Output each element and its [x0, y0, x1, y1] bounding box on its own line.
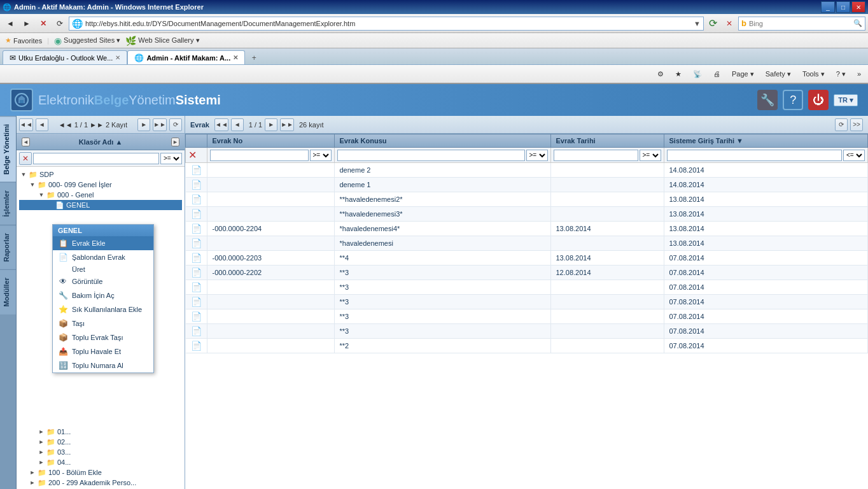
- tree-node-01[interactable]: ► 📁 01...: [19, 427, 182, 437]
- table-row[interactable]: 📄 **3 07.08.2014: [186, 280, 868, 295]
- left-filter-input[interactable]: [33, 153, 159, 164]
- tree-node-03[interactable]: ► 📁 03...: [19, 447, 182, 457]
- table-row[interactable]: 📄 -000.0000-2202 **3 12.08.2014 07.08.20…: [186, 266, 868, 280]
- print-btn[interactable]: 🖨: [709, 66, 725, 82]
- menu-item-toplu-havale[interactable]: 📤 Toplu Havale Et: [53, 344, 153, 358]
- filter-sisteme-giris-input[interactable]: [667, 150, 843, 161]
- sidebar-tab-raporlar[interactable]: Raporlar: [0, 225, 16, 269]
- stop-button[interactable]: ✕: [36, 16, 51, 31]
- menu-item-bakim[interactable]: 🔧 Bakım İçin Aç: [53, 288, 153, 302]
- tools-btn[interactable]: Tools ▾: [798, 66, 829, 82]
- minimize-button[interactable]: _: [821, 1, 835, 13]
- power-button[interactable]: ⏻: [808, 90, 829, 110]
- table-row[interactable]: 📄 **3 07.08.2014: [186, 295, 868, 309]
- rss-btn[interactable]: 📡: [689, 66, 706, 82]
- menu-item-sik[interactable]: ⭐ Sık Kullanılanlara Ekle: [53, 302, 153, 316]
- tab-admin[interactable]: 🌐 Admin - Aktif Makam: A... ✕: [127, 50, 245, 64]
- menu-item-toplu-numara[interactable]: 🔢 Toplu Numara Al: [53, 358, 153, 372]
- right-first-btn[interactable]: ◄◄: [214, 118, 228, 131]
- page-btn[interactable]: Page ▾: [727, 66, 759, 82]
- web-slice-gallery[interactable]: 🌿 Web Slice Gallery ▾: [125, 36, 199, 46]
- left-prev-btn[interactable]: ◄: [36, 118, 48, 131]
- maximize-button[interactable]: □: [836, 1, 850, 13]
- sidebar-tab-belge[interactable]: Belge Yönetimi: [0, 116, 16, 182]
- tools-icon-btn[interactable]: ⚙: [653, 66, 668, 82]
- table-row[interactable]: 📄 **havaledenemesi3* 13.08.2014: [186, 207, 868, 222]
- expand-btn[interactable]: »: [853, 66, 865, 82]
- help-btn[interactable]: ? ▾: [832, 66, 850, 82]
- filter-evrak-konusu-op[interactable]: >=: [526, 150, 548, 161]
- menu-item-toplu-tasi[interactable]: 📦 Toplu Evrak Taşı: [53, 330, 153, 344]
- right-expand-btn[interactable]: >>: [850, 118, 863, 131]
- tab-admin-close[interactable]: ✕: [233, 54, 238, 61]
- filter-evrak-no-input[interactable]: [210, 150, 309, 161]
- table-row[interactable]: 📄 deneme 2 14.08.2014: [186, 163, 868, 178]
- forward-button[interactable]: ►: [19, 16, 34, 31]
- left-filter-op[interactable]: >=<==: [160, 153, 182, 164]
- favorites-star-btn[interactable]: ★: [671, 66, 686, 82]
- search-button[interactable]: 🔍: [853, 19, 862, 27]
- col-evrak-no[interactable]: Evrak No: [207, 134, 334, 148]
- tree-node-sdp[interactable]: ▼ 📁 SDP: [19, 169, 182, 180]
- table-row[interactable]: 📄 **2 07.08.2014: [186, 339, 868, 353]
- refresh-button[interactable]: ⟳: [52, 16, 67, 31]
- menu-subitem-uret[interactable]: Üret: [53, 264, 153, 274]
- tab-outlook-close[interactable]: ✕: [115, 54, 120, 61]
- suggested-icon: ◉: [54, 36, 62, 46]
- col-evrak-konusu[interactable]: Evrak Konusu: [334, 134, 550, 148]
- table-row[interactable]: 📄 *havaledenemesi 13.08.2014: [186, 236, 868, 251]
- table-row[interactable]: 📄 **3 07.08.2014: [186, 324, 868, 339]
- sidebar-tab-islemler[interactable]: İşlemler: [0, 182, 16, 225]
- col-sisteme-giris[interactable]: Sisteme Giriş Tarihi ▼: [664, 134, 868, 148]
- address-text[interactable]: http://ebys.hitit.edu.tr/DYS/DocumentMan…: [85, 20, 691, 27]
- tree-node-200[interactable]: ► 📁 200 - 299 Akademik Perso...: [19, 478, 182, 488]
- table-row[interactable]: 📄 -000.0000-2203 **4 13.08.2014 07.08.20…: [186, 251, 868, 266]
- tree-node-000-genel[interactable]: ▼ 📁 000 - Genel: [19, 190, 182, 200]
- left-filter-clear[interactable]: ✕: [19, 152, 32, 165]
- left-last-btn[interactable]: ►►: [153, 118, 167, 131]
- left-scroll-right[interactable]: ►: [171, 138, 179, 146]
- tree-node-genel[interactable]: 📄 GENEL: [19, 200, 182, 210]
- left-first-btn[interactable]: ◄◄: [19, 118, 33, 131]
- new-tab-button[interactable]: +: [248, 52, 260, 64]
- table-row[interactable]: 📄 -000.0000-2204 *havaledenemesi4* 13.08…: [186, 222, 868, 236]
- tree-node-100[interactable]: ► 📁 100 - Bölüm Ekle: [19, 467, 182, 478]
- right-prev-btn[interactable]: ◄: [231, 118, 244, 131]
- settings-button[interactable]: 🔧: [757, 90, 778, 110]
- menu-item-tasi[interactable]: 📦 Taşı: [53, 316, 153, 330]
- right-refresh-btn[interactable]: ⟳: [835, 118, 848, 131]
- tree-node-04[interactable]: ► 📁 04...: [19, 457, 182, 467]
- tab-outlook[interactable]: ✉ Utku Erdaloğlu - Outlook We... ✕: [3, 50, 127, 64]
- left-refresh-btn[interactable]: ⟳: [169, 118, 182, 131]
- menu-item-evrak-ekle[interactable]: 📋 Evrak Ekle: [53, 236, 153, 250]
- menu-item-goruntule[interactable]: 👁 Görüntüle: [53, 274, 153, 288]
- filter-evrak-tarihi-op[interactable]: >=: [640, 150, 661, 161]
- safety-btn[interactable]: Safety ▾: [761, 66, 795, 82]
- language-selector[interactable]: TR ▾: [834, 94, 858, 106]
- help-button[interactable]: ?: [783, 90, 803, 110]
- table-row[interactable]: 📄 **3 07.08.2014: [186, 309, 868, 324]
- favorites-menu[interactable]: ★ Favorites: [5, 36, 42, 45]
- search-input[interactable]: [749, 20, 851, 27]
- close-button[interactable]: ✕: [851, 1, 865, 13]
- address-dropdown-icon[interactable]: ▼: [694, 20, 701, 27]
- col-evrak-tarihi[interactable]: Evrak Tarihi: [550, 134, 664, 148]
- ie-stop-button[interactable]: ✕: [722, 16, 737, 31]
- table-row[interactable]: 📄 deneme 1 14.08.2014: [186, 178, 868, 192]
- filter-sisteme-giris-op[interactable]: <=: [843, 150, 865, 161]
- tree-node-000-099[interactable]: ▼ 📁 000- 099 Genel İşler: [19, 180, 182, 190]
- filter-evrak-konusu-input[interactable]: [337, 150, 525, 161]
- menu-item-sablondan[interactable]: 📄 Şablondan Evrak: [53, 250, 153, 264]
- filter-evrak-no-op[interactable]: >=: [310, 150, 332, 161]
- tree-node-02[interactable]: ► 📁 02...: [19, 437, 182, 447]
- sidebar-tab-moduller[interactable]: Modüller: [0, 269, 16, 315]
- table-row[interactable]: 📄 **havaledenemesi2* 13.08.2014: [186, 192, 868, 207]
- right-last-btn[interactable]: ►►: [280, 118, 294, 131]
- left-next-btn[interactable]: ►: [137, 118, 150, 131]
- ie-refresh-button[interactable]: ⟳: [705, 16, 720, 31]
- left-scroll-left[interactable]: ◄: [22, 138, 30, 146]
- back-button[interactable]: ◄: [3, 16, 18, 31]
- right-next-btn[interactable]: ►: [265, 118, 277, 131]
- filter-evrak-tarihi-input[interactable]: [554, 150, 638, 161]
- suggested-sites[interactable]: ◉ Suggested Sites ▾: [54, 36, 120, 46]
